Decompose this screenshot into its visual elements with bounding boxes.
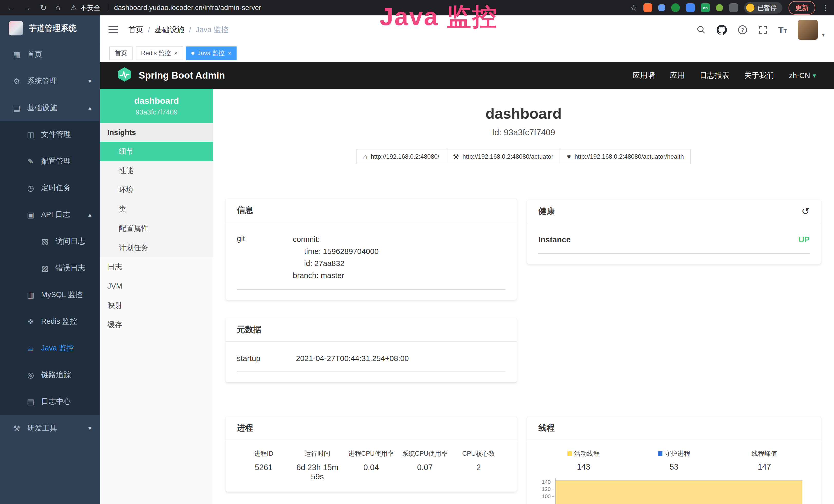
health-instance-row[interactable]: Instance UP: [539, 233, 810, 254]
chrome-update-button[interactable]: 更新: [789, 1, 815, 15]
chrome-menu-icon[interactable]: ⋮: [821, 3, 829, 13]
sidebar-item-system-management[interactable]: ⚙ 系统管理 ▾: [0, 68, 100, 94]
legend-live-threads: 活动线程 143: [539, 449, 629, 472]
browser-reload-icon[interactable]: ↻: [40, 3, 47, 13]
instance-nav-jvm[interactable]: JVM: [100, 276, 213, 296]
sidebar-item-java-monitor[interactable]: ☕ Java 监控: [0, 335, 100, 362]
breadcrumb-home[interactable]: 首页: [128, 25, 143, 35]
extension-green-circle-icon[interactable]: [671, 3, 680, 12]
extension-drop-icon[interactable]: [658, 4, 665, 11]
instance-nav-details[interactable]: 细节: [100, 142, 213, 161]
y-tick: 140: [542, 478, 554, 485]
trace-icon: ◎: [25, 370, 37, 380]
github-icon[interactable]: [717, 25, 727, 35]
infrastructure-icon: ▤: [11, 104, 23, 112]
paused-badge[interactable]: 已暂停: [744, 2, 782, 14]
sidebar-item-scheduled-jobs[interactable]: ◷ 定时任务: [0, 175, 100, 201]
wrench-icon: ⚒: [453, 153, 459, 161]
y-tick: 120: [542, 485, 554, 493]
sidebar-item-redis-monitor[interactable]: ❖ Redis 监控: [0, 308, 100, 335]
extension-grid-icon[interactable]: [686, 3, 695, 12]
stat-uptime: 运行时间 6d 23h 15m 59s: [290, 449, 344, 481]
instance-nav-classes[interactable]: 类: [100, 200, 213, 219]
instance-nav-caches[interactable]: 缓存: [100, 315, 213, 334]
sidebar-item-config-management[interactable]: ✎ 配置管理: [0, 148, 100, 175]
tab-java-monitor[interactable]: Java 监控 ×: [186, 46, 237, 60]
redis-icon: ❖: [25, 317, 37, 326]
search-icon[interactable]: [697, 25, 706, 35]
tab-label: Java 监控: [198, 49, 224, 57]
bookmark-star-icon[interactable]: ☆: [630, 3, 637, 13]
clock-icon: ◷: [25, 184, 37, 192]
font-size-icon[interactable]: TT: [778, 25, 787, 35]
sidebar-item-file-management[interactable]: ◫ 文件管理: [0, 121, 100, 148]
sidebar-item-infrastructure[interactable]: ▤ 基础设施 ▴: [0, 94, 100, 121]
history-icon[interactable]: ↺: [802, 206, 810, 217]
instance-nav-environment[interactable]: 环境: [100, 180, 213, 200]
extension-fox-icon[interactable]: [643, 3, 652, 12]
url-text[interactable]: dashboard.yudao.iocoder.cn/infra/admin-s…: [114, 4, 261, 12]
extension-leaf-icon[interactable]: [716, 4, 723, 11]
sidebar-item-log-center[interactable]: ▤ 日志中心: [0, 388, 100, 415]
git-time-line: time: 1596289704000: [293, 245, 505, 257]
instance-nav-config-props[interactable]: 配置属性: [100, 219, 213, 238]
info-key: git: [237, 233, 293, 281]
sba-nav-applications[interactable]: 应用: [670, 70, 685, 81]
stat-label: CPU核心数: [452, 449, 505, 458]
stat-label: 进程CPU使用率: [344, 449, 398, 458]
instance-nav-mappings[interactable]: 映射: [100, 296, 213, 315]
browser-back-icon[interactable]: ←: [7, 3, 15, 12]
page-title: dashboard: [213, 105, 834, 122]
actuator-url-link[interactable]: ⚒ http://192.168.0.2:48080/actuator: [446, 149, 560, 164]
threads-chart-yaxis: 140 120 100: [539, 478, 555, 504]
sba-nav-about[interactable]: 关于我们: [744, 70, 774, 81]
instance-nav-logfile[interactable]: 日志: [100, 257, 213, 276]
fullscreen-icon[interactable]: [758, 25, 767, 35]
avatar-caret-icon[interactable]: ▾: [822, 31, 825, 38]
sidebar-item-dev-tools[interactable]: ⚒ 研发工具 ▾: [0, 415, 100, 442]
git-branch-line: branch: master: [293, 269, 505, 281]
stat-value: 0.04: [344, 463, 398, 472]
sba-brand-link[interactable]: Spring Boot Admin: [100, 67, 225, 85]
link-label: http://192.168.0.2:48080/: [371, 153, 439, 160]
sidebar-item-api-log[interactable]: ▣ API 日志 ▴: [0, 201, 100, 228]
browser-forward-icon[interactable]: →: [23, 3, 31, 12]
health-card-title: 健康: [539, 206, 555, 217]
close-icon[interactable]: ×: [227, 50, 231, 56]
extension-puzzle-icon[interactable]: [729, 3, 738, 12]
breadcrumb-infrastructure[interactable]: 基础设施: [155, 25, 184, 35]
sidebar-toggle-icon[interactable]: [108, 26, 118, 33]
sba-nav-journal[interactable]: 日志报表: [700, 70, 729, 81]
sba-locale-select[interactable]: zh-CN ▾: [789, 71, 816, 80]
sba-brand-title: Spring Boot Admin: [139, 70, 225, 81]
tab-home[interactable]: 首页: [109, 46, 133, 60]
info-card-title: 信息: [225, 199, 517, 222]
user-avatar[interactable]: [798, 20, 818, 40]
health-url-link[interactable]: ♥ http://192.168.0.2:48080/actuator/heal…: [560, 149, 691, 164]
help-icon[interactable]: ?: [738, 25, 747, 35]
extension-on-badge[interactable]: on: [701, 3, 710, 12]
instance-nav-scheduled-tasks[interactable]: 计划任务: [100, 238, 213, 257]
breadcrumb-separator: /: [148, 26, 150, 34]
edit-icon: ✎: [25, 157, 37, 166]
app-logo-link[interactable]: 芋道管理系统: [0, 16, 100, 41]
warning-icon: ⚠: [71, 4, 77, 12]
sidebar-item-mysql-monitor[interactable]: ▥ MySQL 监控: [0, 281, 100, 308]
browser-home-icon[interactable]: ⌂: [56, 3, 60, 12]
close-icon[interactable]: ×: [174, 50, 177, 56]
status-badge: UP: [798, 235, 810, 245]
instance-nav-metrics[interactable]: 性能: [100, 161, 213, 180]
tools-icon: ⚒: [11, 424, 23, 433]
stat-pid: 进程ID 5261: [237, 449, 290, 481]
sidebar-item-tracing[interactable]: ◎ 链路追踪: [0, 362, 100, 388]
smiley-icon: [746, 4, 754, 12]
tab-redis-monitor[interactable]: Redis 监控 ×: [136, 46, 183, 60]
sidebar-item-access-log[interactable]: ▧ 访问日志: [0, 228, 100, 255]
stat-value: 6d 23h 15m 59s: [290, 463, 344, 481]
sba-nav-wallboard[interactable]: 应用墙: [633, 70, 655, 81]
health-card: 健康 ↺ Instance UP: [527, 200, 821, 264]
sidebar-item-home[interactable]: ▦ 首页: [0, 41, 100, 68]
address-bar[interactable]: ⚠ 不安全 dashboard.yudao.iocoder.cn/infra/a…: [71, 3, 262, 12]
sidebar-item-error-log[interactable]: ▨ 错误日志: [0, 255, 100, 281]
service-url-link[interactable]: ⌂ http://192.168.0.2:48080/: [356, 149, 446, 164]
